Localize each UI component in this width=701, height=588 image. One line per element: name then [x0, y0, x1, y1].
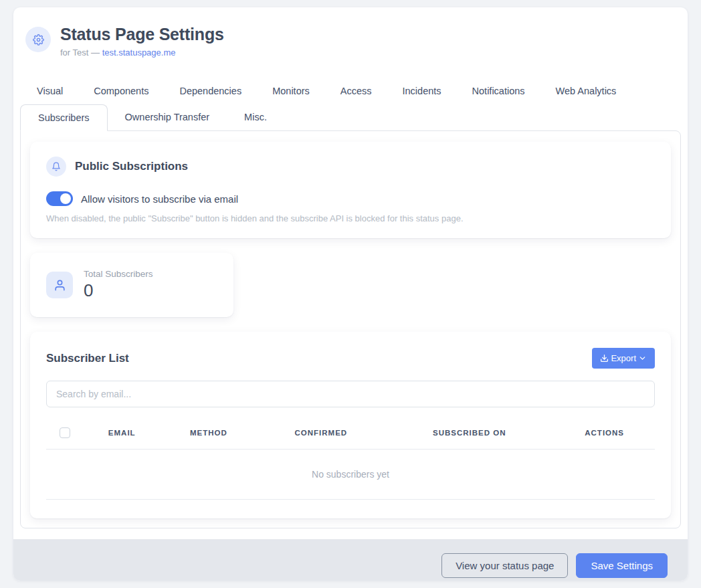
total-subscribers-text: Total Subscribers 0 — [84, 269, 153, 301]
export-button[interactable]: Export — [592, 348, 655, 369]
user-icon — [46, 272, 73, 298]
subscriber-list-header: Subscriber List Export — [46, 348, 655, 369]
status-page-link[interactable]: test.statuspage.me — [102, 47, 176, 58]
tabs-row-2: Subscribers Ownership Transfer Misc. — [20, 104, 681, 130]
public-subscriptions-header: Public Subscriptions — [46, 157, 655, 177]
tab-visual[interactable]: Visual — [21, 78, 78, 104]
subscribe-toggle-label: Allow visitors to subscribe via email — [81, 193, 238, 205]
column-email: EMAIL — [84, 417, 161, 450]
table-footer-space — [46, 500, 655, 517]
page-title: Status Page Settings — [60, 25, 224, 44]
view-status-page-button[interactable]: View your status page — [441, 553, 568, 578]
page-subtitle: for Test — test.statuspage.me — [60, 47, 224, 58]
empty-state-row: No subscribers yet — [46, 450, 655, 500]
tab-monitors[interactable]: Monitors — [257, 78, 325, 104]
bell-icon — [46, 157, 66, 177]
export-button-label: Export — [611, 353, 636, 363]
column-method: METHOD — [161, 417, 258, 450]
empty-state-text: No subscribers yet — [46, 450, 655, 500]
public-subscriptions-card: Public Subscriptions Allow visitors to s… — [30, 142, 671, 238]
save-settings-button[interactable]: Save Settings — [576, 553, 668, 578]
column-confirmed: CONFIRMED — [257, 417, 385, 450]
public-subscriptions-title: Public Subscriptions — [75, 160, 188, 173]
subscribe-toggle-row: Allow visitors to subscribe via email — [46, 191, 655, 206]
tabs-row-1: Visual Components Dependencies Monitors … — [20, 78, 681, 104]
page-header-text: Status Page Settings for Test — test.sta… — [60, 25, 224, 58]
subscribers-panel: Public Subscriptions Allow visitors to s… — [20, 130, 681, 528]
tab-ownership-transfer[interactable]: Ownership Transfer — [108, 104, 227, 130]
tab-components[interactable]: Components — [78, 78, 164, 104]
column-actions: ACTIONS — [554, 417, 655, 450]
tab-web-analytics[interactable]: Web Analytics — [540, 78, 632, 104]
settings-card: Status Page Settings for Test — test.sta… — [13, 7, 688, 581]
table-header-row: EMAIL METHOD CONFIRMED SUBSCRIBED ON ACT… — [46, 417, 655, 450]
page-header: Status Page Settings for Test — test.sta… — [20, 25, 681, 58]
tab-dependencies[interactable]: Dependencies — [164, 78, 257, 104]
chevron-down-icon — [638, 354, 647, 363]
subscribers-table: EMAIL METHOD CONFIRMED SUBSCRIBED ON ACT… — [46, 417, 655, 500]
download-icon — [600, 354, 609, 363]
total-subscribers-card: Total Subscribers 0 — [30, 253, 233, 317]
total-subscribers-label: Total Subscribers — [84, 269, 153, 279]
tab-subscribers[interactable]: Subscribers — [20, 104, 108, 131]
search-input[interactable] — [46, 381, 655, 407]
subtitle-prefix: for Test — — [60, 47, 100, 58]
card-body: Status Page Settings for Test — test.sta… — [13, 7, 688, 539]
subscribe-toggle[interactable] — [46, 191, 73, 206]
gear-icon — [25, 27, 51, 52]
toggle-knob — [60, 193, 71, 204]
card-footer: View your status page Save Settings — [13, 539, 688, 581]
subscribe-hint-text: When disabled, the public "Subscribe" bu… — [46, 213, 655, 223]
column-subscribed-on: SUBSCRIBED ON — [385, 417, 554, 450]
tab-incidents[interactable]: Incidents — [387, 78, 457, 104]
subscriber-list-card: Subscriber List Export — [30, 332, 671, 518]
tab-access[interactable]: Access — [325, 78, 387, 104]
tab-notifications[interactable]: Notifications — [457, 78, 540, 104]
select-all-checkbox[interactable] — [60, 427, 70, 438]
tab-misc[interactable]: Misc. — [227, 104, 284, 130]
total-subscribers-value: 0 — [84, 280, 153, 301]
subscriber-list-title: Subscriber List — [46, 352, 129, 365]
